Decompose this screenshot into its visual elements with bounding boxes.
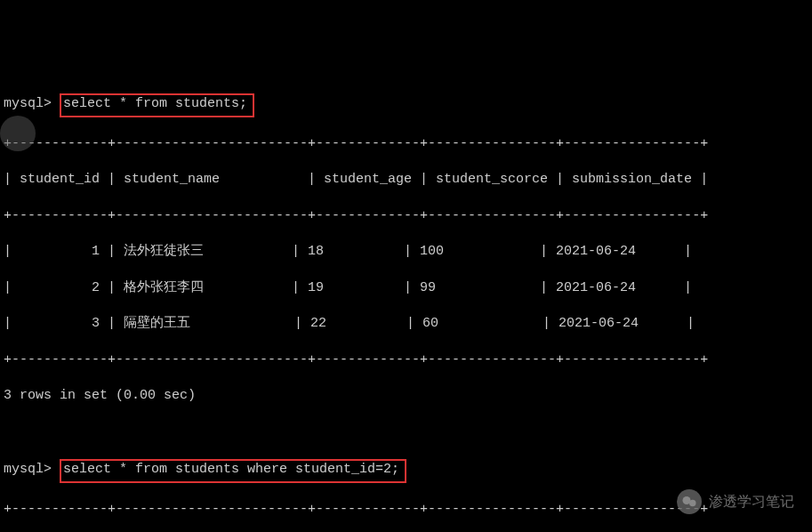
table-sep: +------------+------------------------+-… (4, 351, 812, 369)
terminal-output: mysql> select * from students; +--------… (4, 76, 812, 532)
svg-point-1 (689, 500, 696, 507)
query-1: select * from students; (60, 93, 254, 117)
table-row: | 3 | 隔壁的王五 | 22 | 60 | 2021-06-24 | (4, 315, 812, 333)
result-footer: 3 rows in set (0.00 sec) (4, 387, 812, 405)
watermark-text: 渗透学习笔记 (709, 492, 794, 512)
table-header: | student_id | student_name | student_ag… (4, 171, 812, 189)
query-2: select * from students where student_id=… (60, 459, 406, 482)
mysql-prompt: mysql> (4, 96, 52, 111)
wechat-icon (677, 489, 702, 514)
table-sep: +------------+------------------------+-… (4, 207, 812, 225)
table-row: | 1 | 法外狂徒张三 | 18 | 100 | 2021-06-24 | (4, 243, 812, 261)
table-sep: +------------+------------------------+-… (4, 135, 812, 153)
avatar (0, 116, 36, 151)
watermark: 渗透学习笔记 (677, 489, 794, 514)
table-row: | 2 | 格外张狂李四 | 19 | 99 | 2021-06-24 | (4, 279, 812, 297)
mysql-prompt: mysql> (4, 462, 52, 477)
